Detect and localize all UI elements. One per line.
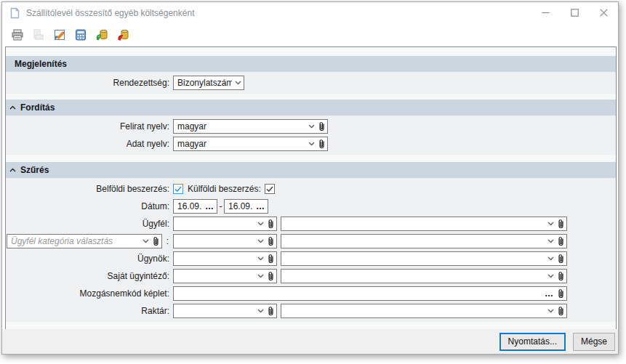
- minimize-button[interactable]: [531, 2, 560, 23]
- print-icon[interactable]: [7, 25, 28, 45]
- movement-code-picker-button[interactable]: …: [545, 290, 554, 297]
- document-icon: [9, 7, 20, 19]
- paperclip-icon[interactable]: [318, 121, 325, 132]
- section-title-display: Megjelenítés: [15, 59, 67, 69]
- foreign-purchase-label: Külföldi beszerzés:: [188, 184, 261, 194]
- section-title-filter: Szűrés: [20, 165, 49, 175]
- date-from-value: 16.09.21.: [177, 201, 202, 211]
- print-disabled-icon: [28, 25, 49, 45]
- warehouse-secondary-select[interactable]: [281, 304, 567, 318]
- toolbar: [2, 23, 618, 46]
- customer-label: Ügyfél:: [6, 219, 169, 229]
- chevron-down-icon: [308, 142, 315, 146]
- movement-code-field[interactable]: …: [173, 286, 567, 301]
- paperclip-icon[interactable]: [558, 219, 564, 229]
- paperclip-icon[interactable]: [318, 139, 325, 149]
- paperclip-icon[interactable]: [268, 219, 274, 229]
- chevron-down-icon: [308, 124, 315, 129]
- load-settings-database-icon[interactable]: [91, 25, 112, 45]
- caption-language-label: Felirat nyelv:: [6, 121, 169, 132]
- date-to-picker-button[interactable]: …: [256, 203, 265, 210]
- customer-select[interactable]: [173, 217, 277, 231]
- agent-label: Ügynök:: [6, 254, 169, 264]
- section-filter: Belföldi beszerzés: Külföldi beszerzés: …: [6, 178, 616, 322]
- paperclip-icon[interactable]: [153, 236, 159, 246]
- chevron-down-icon: [143, 239, 149, 243]
- caption-language-value: magyar: [177, 121, 305, 132]
- maximize-button[interactable]: [560, 2, 589, 23]
- customer-category-select[interactable]: Ügyfél kategória választás: [7, 234, 162, 248]
- close-button[interactable]: [589, 2, 618, 23]
- paperclip-icon[interactable]: [558, 254, 564, 264]
- calculator-icon[interactable]: [70, 25, 91, 45]
- foreign-purchase-checkbox[interactable]: [265, 184, 275, 194]
- date-range-separator: -: [217, 201, 224, 211]
- section-translation: Felirat nyelv: magyar Adat nyelv: magyar: [6, 116, 616, 155]
- category-colon: :: [162, 236, 173, 246]
- paperclip-icon[interactable]: [268, 271, 274, 281]
- customer-category-placeholder: Ügyfél kategória választás: [11, 236, 140, 246]
- paperclip-icon[interactable]: [558, 306, 564, 316]
- section-title-translation: Fordítás: [20, 102, 55, 113]
- warehouse-select[interactable]: [173, 304, 277, 318]
- paperclip-icon[interactable]: [558, 271, 564, 281]
- report-design-icon[interactable]: [49, 25, 70, 45]
- chevron-down-icon: [547, 256, 554, 261]
- data-language-select[interactable]: magyar: [173, 137, 328, 151]
- paperclip-icon[interactable]: [558, 236, 564, 246]
- sort-value: Bizonylatszám: [177, 78, 232, 88]
- chevron-down-icon: [257, 274, 264, 278]
- date-label: Dátum:: [6, 201, 169, 211]
- date-to-value: 16.09.21.: [228, 201, 253, 211]
- chevron-down-icon: [547, 239, 554, 243]
- save-settings-database-icon[interactable]: [112, 25, 133, 45]
- footer-bar: Nyomtatás... Mégse: [2, 329, 618, 354]
- own-admin-select[interactable]: [173, 269, 277, 283]
- sort-label: Rendezettség:: [6, 78, 169, 88]
- print-button[interactable]: Nyomtatás...: [499, 333, 566, 351]
- cancel-button[interactable]: Mégse: [573, 333, 615, 351]
- domestic-purchase-checkbox[interactable]: [173, 184, 183, 194]
- date-to-field[interactable]: 16.09.21. …: [224, 199, 268, 214]
- domestic-purchase-label: Belföldi beszerzés:: [6, 184, 169, 194]
- movement-code-label: Mozgásnemkód képlet:: [6, 288, 169, 299]
- agent-secondary-select[interactable]: [281, 251, 567, 266]
- title-bar: Szállítólevél összesítő egyéb költségenk…: [2, 2, 618, 23]
- customer-secondary-select[interactable]: [281, 217, 567, 231]
- content-panel: Megjelenítés Rendezettség: Bizonylatszám…: [5, 46, 617, 331]
- date-from-field[interactable]: 16.09.21. …: [173, 199, 217, 214]
- section-header-filter[interactable]: Szűrés: [6, 162, 616, 178]
- sort-select[interactable]: Bizonylatszám: [173, 76, 244, 90]
- window-title: Szállítólevél összesítő egyéb költségenk…: [26, 8, 531, 18]
- dialog-window: Szállítólevél összesítő egyéb költségenk…: [1, 1, 619, 355]
- chevron-down-icon: [547, 274, 554, 278]
- chevron-down-icon: [547, 309, 554, 313]
- chevron-up-icon: [9, 105, 16, 110]
- chevron-down-icon: [547, 222, 554, 226]
- own-admin-label: Saját ügyintéző:: [6, 271, 169, 281]
- section-header-display: Megjelenítés: [6, 56, 616, 72]
- data-language-value: magyar: [177, 139, 305, 149]
- chevron-down-icon: [235, 81, 241, 85]
- customer-category-value-select[interactable]: [173, 234, 277, 248]
- chevron-down-icon: [257, 239, 264, 243]
- chevron-down-icon: [257, 256, 264, 261]
- own-admin-secondary-select[interactable]: [281, 269, 567, 283]
- paperclip-icon[interactable]: [558, 288, 564, 299]
- date-from-picker-button[interactable]: …: [205, 203, 214, 210]
- caption-language-select[interactable]: magyar: [173, 119, 328, 134]
- data-language-label: Adat nyelv:: [6, 139, 169, 149]
- paperclip-icon[interactable]: [268, 236, 274, 246]
- paperclip-icon[interactable]: [268, 254, 274, 264]
- window-controls: [531, 2, 618, 23]
- agent-select[interactable]: [173, 251, 277, 266]
- customer-category-secondary-select[interactable]: [281, 234, 567, 248]
- chevron-down-icon: [257, 309, 264, 313]
- section-header-translation[interactable]: Fordítás: [6, 100, 616, 116]
- chevron-up-icon: [9, 168, 16, 172]
- chevron-down-icon: [257, 222, 264, 226]
- paperclip-icon[interactable]: [268, 306, 274, 316]
- section-display: Rendezettség: Bizonylatszám: [6, 72, 616, 94]
- warehouse-label: Raktár:: [6, 306, 169, 316]
